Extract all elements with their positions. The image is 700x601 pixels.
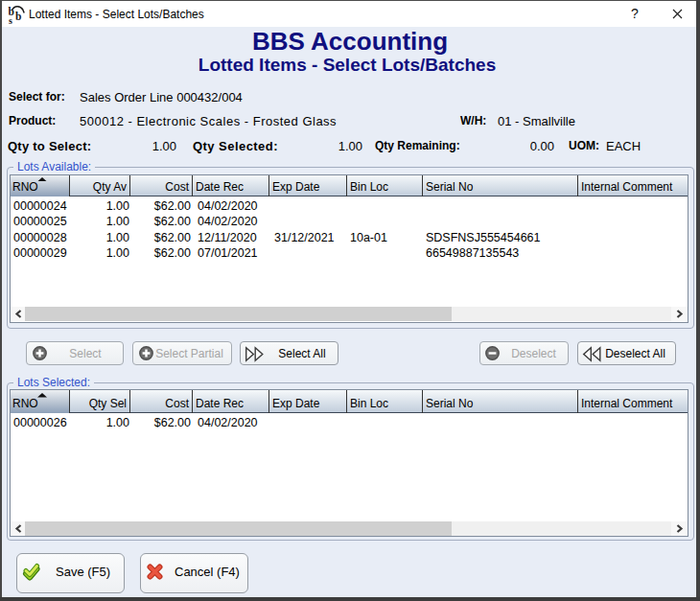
- svg-text:b: b: [15, 11, 21, 22]
- svg-text:s: s: [9, 15, 12, 26]
